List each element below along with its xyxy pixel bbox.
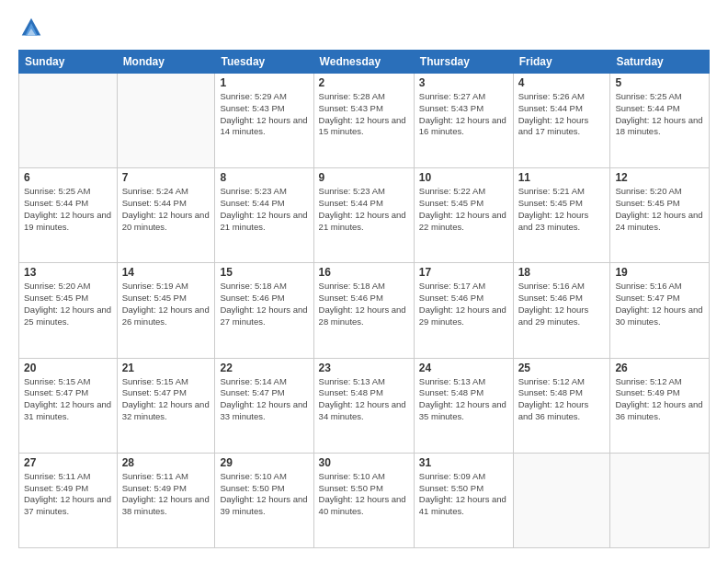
day-cell: 28Sunrise: 5:11 AMSunset: 5:49 PMDayligh… bbox=[117, 453, 215, 547]
day-number: 21 bbox=[122, 362, 210, 374]
col-thursday: Thursday bbox=[414, 51, 513, 74]
day-number: 26 bbox=[615, 362, 704, 374]
week-row-1: 1Sunrise: 5:29 AMSunset: 5:43 PMDaylight… bbox=[19, 74, 710, 168]
week-row-2: 6Sunrise: 5:25 AMSunset: 5:44 PMDaylight… bbox=[19, 168, 710, 263]
day-cell: 26Sunrise: 5:12 AMSunset: 5:49 PMDayligh… bbox=[610, 358, 710, 453]
day-cell: 11Sunrise: 5:21 AMSunset: 5:45 PMDayligh… bbox=[513, 168, 610, 263]
day-cell: 27Sunrise: 5:11 AMSunset: 5:49 PMDayligh… bbox=[19, 453, 118, 547]
day-info: Sunrise: 5:15 AMSunset: 5:47 PMDaylight:… bbox=[24, 376, 112, 423]
day-info: Sunrise: 5:18 AMSunset: 5:46 PMDaylight:… bbox=[319, 281, 409, 327]
day-info: Sunrise: 5:28 AMSunset: 5:43 PMDaylight:… bbox=[319, 91, 409, 138]
day-info: Sunrise: 5:20 AMSunset: 5:45 PMDaylight:… bbox=[615, 186, 704, 233]
day-info: Sunrise: 5:20 AMSunset: 5:45 PMDaylight:… bbox=[24, 281, 112, 327]
day-info: Sunrise: 5:10 AMSunset: 5:50 PMDaylight:… bbox=[319, 471, 409, 518]
day-cell bbox=[513, 453, 610, 547]
day-number: 16 bbox=[319, 266, 409, 279]
day-number: 2 bbox=[319, 76, 409, 89]
day-number: 5 bbox=[615, 76, 704, 89]
week-row-3: 13Sunrise: 5:20 AMSunset: 5:45 PMDayligh… bbox=[19, 263, 710, 358]
day-cell: 19Sunrise: 5:16 AMSunset: 5:47 PMDayligh… bbox=[610, 263, 710, 358]
day-cell: 2Sunrise: 5:28 AMSunset: 5:43 PMDaylight… bbox=[313, 74, 414, 168]
day-cell: 15Sunrise: 5:18 AMSunset: 5:46 PMDayligh… bbox=[215, 263, 313, 358]
calendar: Sunday Monday Tuesday Wednesday Thursday… bbox=[18, 50, 710, 548]
day-cell: 31Sunrise: 5:09 AMSunset: 5:50 PMDayligh… bbox=[414, 453, 513, 547]
col-sunday: Sunday bbox=[19, 51, 118, 74]
day-cell: 6Sunrise: 5:25 AMSunset: 5:44 PMDaylight… bbox=[19, 168, 118, 263]
day-cell: 10Sunrise: 5:22 AMSunset: 5:45 PMDayligh… bbox=[414, 168, 513, 263]
day-info: Sunrise: 5:29 AMSunset: 5:43 PMDaylight:… bbox=[220, 91, 308, 138]
day-cell: 20Sunrise: 5:15 AMSunset: 5:47 PMDayligh… bbox=[19, 358, 118, 453]
day-cell: 9Sunrise: 5:23 AMSunset: 5:44 PMDaylight… bbox=[313, 168, 414, 263]
col-monday: Monday bbox=[117, 51, 215, 74]
day-cell: 16Sunrise: 5:18 AMSunset: 5:46 PMDayligh… bbox=[313, 263, 414, 358]
col-friday: Friday bbox=[513, 51, 610, 74]
day-number: 6 bbox=[24, 171, 112, 184]
day-cell: 7Sunrise: 5:24 AMSunset: 5:44 PMDaylight… bbox=[117, 168, 215, 263]
day-cell: 21Sunrise: 5:15 AMSunset: 5:47 PMDayligh… bbox=[117, 358, 215, 453]
day-cell: 23Sunrise: 5:13 AMSunset: 5:48 PMDayligh… bbox=[313, 358, 414, 453]
day-cell: 3Sunrise: 5:27 AMSunset: 5:43 PMDaylight… bbox=[414, 74, 513, 168]
day-cell: 17Sunrise: 5:17 AMSunset: 5:46 PMDayligh… bbox=[414, 263, 513, 358]
logo-icon bbox=[18, 15, 44, 40]
day-number: 17 bbox=[419, 266, 508, 279]
day-number: 31 bbox=[419, 456, 508, 469]
day-cell: 8Sunrise: 5:23 AMSunset: 5:44 PMDaylight… bbox=[215, 168, 313, 263]
day-cell: 1Sunrise: 5:29 AMSunset: 5:43 PMDaylight… bbox=[215, 74, 313, 168]
day-info: Sunrise: 5:27 AMSunset: 5:43 PMDaylight:… bbox=[419, 91, 508, 138]
day-number: 8 bbox=[220, 171, 308, 184]
day-number: 4 bbox=[518, 76, 606, 89]
day-info: Sunrise: 5:19 AMSunset: 5:45 PMDaylight:… bbox=[122, 281, 210, 327]
day-cell: 18Sunrise: 5:16 AMSunset: 5:46 PMDayligh… bbox=[513, 263, 610, 358]
day-cell: 4Sunrise: 5:26 AMSunset: 5:44 PMDaylight… bbox=[513, 74, 610, 168]
col-wednesday: Wednesday bbox=[313, 51, 414, 74]
day-number: 1 bbox=[220, 76, 308, 89]
day-info: Sunrise: 5:18 AMSunset: 5:46 PMDaylight:… bbox=[220, 281, 308, 327]
day-cell: 25Sunrise: 5:12 AMSunset: 5:48 PMDayligh… bbox=[513, 358, 610, 453]
day-number: 11 bbox=[518, 171, 606, 184]
day-cell: 29Sunrise: 5:10 AMSunset: 5:50 PMDayligh… bbox=[215, 453, 313, 547]
day-cell: 22Sunrise: 5:14 AMSunset: 5:47 PMDayligh… bbox=[215, 358, 313, 453]
logo bbox=[18, 15, 48, 40]
header-row: Sunday Monday Tuesday Wednesday Thursday… bbox=[19, 51, 710, 74]
day-cell: 12Sunrise: 5:20 AMSunset: 5:45 PMDayligh… bbox=[610, 168, 710, 263]
day-cell: 14Sunrise: 5:19 AMSunset: 5:45 PMDayligh… bbox=[117, 263, 215, 358]
day-info: Sunrise: 5:14 AMSunset: 5:47 PMDaylight:… bbox=[220, 376, 308, 423]
day-number: 28 bbox=[122, 456, 210, 469]
col-saturday: Saturday bbox=[610, 51, 710, 74]
day-cell bbox=[117, 74, 215, 168]
day-info: Sunrise: 5:13 AMSunset: 5:48 PMDaylight:… bbox=[419, 376, 508, 423]
day-info: Sunrise: 5:12 AMSunset: 5:48 PMDaylight:… bbox=[518, 376, 606, 423]
day-info: Sunrise: 5:25 AMSunset: 5:44 PMDaylight:… bbox=[615, 91, 704, 138]
day-number: 24 bbox=[419, 362, 508, 374]
day-cell: 30Sunrise: 5:10 AMSunset: 5:50 PMDayligh… bbox=[313, 453, 414, 547]
day-info: Sunrise: 5:09 AMSunset: 5:50 PMDaylight:… bbox=[419, 471, 508, 518]
week-row-4: 20Sunrise: 5:15 AMSunset: 5:47 PMDayligh… bbox=[19, 358, 710, 453]
day-number: 29 bbox=[220, 456, 308, 469]
day-number: 20 bbox=[24, 362, 112, 374]
day-info: Sunrise: 5:22 AMSunset: 5:45 PMDaylight:… bbox=[419, 186, 508, 233]
day-number: 23 bbox=[319, 362, 409, 374]
day-info: Sunrise: 5:16 AMSunset: 5:47 PMDaylight:… bbox=[615, 281, 704, 327]
day-info: Sunrise: 5:15 AMSunset: 5:47 PMDaylight:… bbox=[122, 376, 210, 423]
day-number: 13 bbox=[24, 266, 112, 279]
day-number: 12 bbox=[615, 171, 704, 184]
day-cell bbox=[19, 74, 118, 168]
day-info: Sunrise: 5:23 AMSunset: 5:44 PMDaylight:… bbox=[319, 186, 409, 233]
header bbox=[18, 15, 710, 40]
day-number: 18 bbox=[518, 266, 606, 279]
day-number: 15 bbox=[220, 266, 308, 279]
day-info: Sunrise: 5:26 AMSunset: 5:44 PMDaylight:… bbox=[518, 91, 606, 138]
day-number: 25 bbox=[518, 362, 606, 374]
day-number: 30 bbox=[319, 456, 409, 469]
col-tuesday: Tuesday bbox=[215, 51, 313, 74]
day-number: 22 bbox=[220, 362, 308, 374]
day-info: Sunrise: 5:12 AMSunset: 5:49 PMDaylight:… bbox=[615, 376, 704, 423]
page: Sunday Monday Tuesday Wednesday Thursday… bbox=[0, 0, 728, 563]
day-number: 9 bbox=[319, 171, 409, 184]
day-number: 3 bbox=[419, 76, 508, 89]
day-info: Sunrise: 5:21 AMSunset: 5:45 PMDaylight:… bbox=[518, 186, 606, 233]
day-info: Sunrise: 5:11 AMSunset: 5:49 PMDaylight:… bbox=[122, 471, 210, 518]
day-cell bbox=[610, 453, 710, 547]
day-info: Sunrise: 5:10 AMSunset: 5:50 PMDaylight:… bbox=[220, 471, 308, 518]
day-info: Sunrise: 5:25 AMSunset: 5:44 PMDaylight:… bbox=[24, 186, 112, 233]
